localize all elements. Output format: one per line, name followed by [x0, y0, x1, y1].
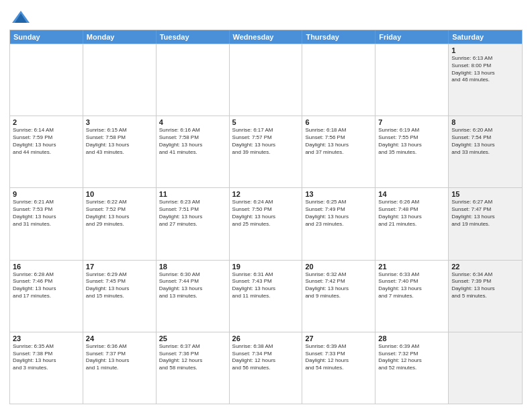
calendar-cell: 1Sunrise: 6:13 AM Sunset: 8:00 PM Daylig… [449, 44, 522, 116]
day-info: Sunrise: 6:14 AM Sunset: 7:59 PM Dayligh… [13, 127, 80, 156]
day-info: Sunrise: 6:25 AM Sunset: 7:49 PM Dayligh… [305, 199, 372, 228]
calendar-row: 9Sunrise: 6:21 AM Sunset: 7:53 PM Daylig… [10, 187, 522, 259]
day-info: Sunrise: 6:28 AM Sunset: 7:46 PM Dayligh… [13, 271, 80, 300]
day-info: Sunrise: 6:13 AM Sunset: 8:00 PM Dayligh… [451, 55, 519, 84]
calendar-cell: 11Sunrise: 6:23 AM Sunset: 7:51 PM Dayli… [157, 188, 230, 259]
calendar-cell: 24Sunrise: 6:36 AM Sunset: 7:37 PM Dayli… [83, 332, 157, 404]
day-info: Sunrise: 6:23 AM Sunset: 7:51 PM Dayligh… [159, 199, 226, 228]
day-number: 5 [232, 118, 300, 126]
calendar-cell [302, 44, 375, 116]
calendar-cell: 8Sunrise: 6:20 AM Sunset: 7:54 PM Daylig… [449, 116, 522, 187]
day-info: Sunrise: 6:32 AM Sunset: 7:42 PM Dayligh… [305, 271, 372, 300]
day-info: Sunrise: 6:27 AM Sunset: 7:47 PM Dayligh… [451, 199, 519, 228]
day-info: Sunrise: 6:39 AM Sunset: 7:33 PM Dayligh… [305, 343, 372, 372]
day-number: 21 [378, 263, 445, 271]
calendar-cell: 2Sunrise: 6:14 AM Sunset: 7:59 PM Daylig… [10, 116, 83, 187]
weekday-header: Saturday [449, 30, 522, 44]
calendar-cell: 14Sunrise: 6:26 AM Sunset: 7:48 PM Dayli… [375, 188, 449, 259]
day-number: 2 [13, 118, 80, 126]
logo-icon [11, 9, 31, 26]
weekday-header: Friday [375, 30, 449, 44]
day-info: Sunrise: 6:16 AM Sunset: 7:58 PM Dayligh… [159, 127, 226, 156]
day-number: 12 [232, 190, 300, 198]
calendar-cell: 20Sunrise: 6:32 AM Sunset: 7:42 PM Dayli… [302, 261, 375, 332]
weekday-header: Wednesday [230, 30, 303, 44]
day-info: Sunrise: 6:31 AM Sunset: 7:43 PM Dayligh… [232, 271, 300, 300]
calendar-cell: 22Sunrise: 6:34 AM Sunset: 7:39 PM Dayli… [449, 261, 522, 332]
day-number: 8 [451, 118, 519, 126]
calendar-cell: 3Sunrise: 6:15 AM Sunset: 7:58 PM Daylig… [83, 116, 157, 187]
calendar-cell [83, 44, 157, 116]
calendar-cell: 9Sunrise: 6:21 AM Sunset: 7:53 PM Daylig… [10, 188, 83, 259]
logo [9, 9, 31, 26]
calendar-row: 16Sunrise: 6:28 AM Sunset: 7:46 PM Dayli… [10, 260, 522, 332]
calendar-row: 23Sunrise: 6:35 AM Sunset: 7:38 PM Dayli… [10, 332, 522, 404]
day-number: 18 [159, 263, 226, 271]
weekday-header: Tuesday [157, 30, 230, 44]
day-info: Sunrise: 6:30 AM Sunset: 7:44 PM Dayligh… [159, 271, 226, 300]
calendar-cell: 15Sunrise: 6:27 AM Sunset: 7:47 PM Dayli… [449, 188, 522, 259]
day-info: Sunrise: 6:22 AM Sunset: 7:52 PM Dayligh… [86, 199, 153, 228]
day-info: Sunrise: 6:36 AM Sunset: 7:37 PM Dayligh… [86, 343, 153, 372]
day-number: 19 [232, 263, 300, 271]
day-number: 28 [378, 334, 445, 342]
day-number: 26 [232, 334, 300, 342]
day-info: Sunrise: 6:18 AM Sunset: 7:56 PM Dayligh… [305, 127, 372, 156]
calendar-cell [375, 44, 449, 116]
day-number: 16 [13, 263, 80, 271]
day-number: 14 [378, 190, 445, 198]
day-number: 7 [378, 118, 445, 126]
day-info: Sunrise: 6:39 AM Sunset: 7:32 PM Dayligh… [378, 343, 445, 372]
calendar-body: 1Sunrise: 6:13 AM Sunset: 8:00 PM Daylig… [10, 44, 522, 404]
weekday-header: Sunday [10, 30, 83, 44]
day-number: 27 [305, 334, 372, 342]
day-info: Sunrise: 6:24 AM Sunset: 7:50 PM Dayligh… [232, 199, 300, 228]
calendar-row: 2Sunrise: 6:14 AM Sunset: 7:59 PM Daylig… [10, 116, 522, 187]
day-info: Sunrise: 6:19 AM Sunset: 7:55 PM Dayligh… [378, 127, 445, 156]
day-number: 24 [86, 334, 153, 342]
day-number: 6 [305, 118, 372, 126]
day-number: 23 [13, 334, 80, 342]
calendar-header: SundayMondayTuesdayWednesdayThursdayFrid… [10, 30, 522, 44]
calendar-cell: 18Sunrise: 6:30 AM Sunset: 7:44 PM Dayli… [157, 261, 230, 332]
calendar-cell: 12Sunrise: 6:24 AM Sunset: 7:50 PM Dayli… [230, 188, 303, 259]
day-number: 10 [86, 190, 153, 198]
day-info: Sunrise: 6:29 AM Sunset: 7:45 PM Dayligh… [86, 271, 153, 300]
day-info: Sunrise: 6:38 AM Sunset: 7:34 PM Dayligh… [232, 343, 300, 372]
header [9, 7, 523, 26]
day-info: Sunrise: 6:37 AM Sunset: 7:36 PM Dayligh… [159, 343, 226, 372]
day-number: 11 [159, 190, 226, 198]
calendar: SundayMondayTuesdayWednesdayThursdayFrid… [9, 30, 523, 404]
day-info: Sunrise: 6:15 AM Sunset: 7:58 PM Dayligh… [86, 127, 153, 156]
day-number: 3 [86, 118, 153, 126]
day-number: 4 [159, 118, 226, 126]
day-number: 25 [159, 334, 226, 342]
day-info: Sunrise: 6:34 AM Sunset: 7:39 PM Dayligh… [451, 271, 519, 300]
day-number: 17 [86, 263, 153, 271]
calendar-cell: 16Sunrise: 6:28 AM Sunset: 7:46 PM Dayli… [10, 261, 83, 332]
calendar-cell [10, 44, 83, 116]
calendar-cell: 10Sunrise: 6:22 AM Sunset: 7:52 PM Dayli… [83, 188, 157, 259]
calendar-cell: 23Sunrise: 6:35 AM Sunset: 7:38 PM Dayli… [10, 332, 83, 404]
page: SundayMondayTuesdayWednesdayThursdayFrid… [0, 0, 532, 411]
day-info: Sunrise: 6:17 AM Sunset: 7:57 PM Dayligh… [232, 127, 300, 156]
day-number: 9 [13, 190, 80, 198]
calendar-cell: 28Sunrise: 6:39 AM Sunset: 7:32 PM Dayli… [375, 332, 449, 404]
calendar-cell: 17Sunrise: 6:29 AM Sunset: 7:45 PM Dayli… [83, 261, 157, 332]
calendar-cell: 26Sunrise: 6:38 AM Sunset: 7:34 PM Dayli… [230, 332, 303, 404]
day-number: 20 [305, 263, 372, 271]
calendar-cell: 13Sunrise: 6:25 AM Sunset: 7:49 PM Dayli… [302, 188, 375, 259]
calendar-cell: 7Sunrise: 6:19 AM Sunset: 7:55 PM Daylig… [375, 116, 449, 187]
day-info: Sunrise: 6:20 AM Sunset: 7:54 PM Dayligh… [451, 127, 519, 156]
day-number: 1 [451, 46, 519, 54]
calendar-cell: 4Sunrise: 6:16 AM Sunset: 7:58 PM Daylig… [157, 116, 230, 187]
day-info: Sunrise: 6:35 AM Sunset: 7:38 PM Dayligh… [13, 343, 80, 372]
day-number: 22 [451, 263, 519, 271]
calendar-row: 1Sunrise: 6:13 AM Sunset: 8:00 PM Daylig… [10, 44, 522, 116]
calendar-cell [449, 332, 522, 404]
day-info: Sunrise: 6:33 AM Sunset: 7:40 PM Dayligh… [378, 271, 445, 300]
calendar-cell: 19Sunrise: 6:31 AM Sunset: 7:43 PM Dayli… [230, 261, 303, 332]
weekday-header: Monday [83, 30, 157, 44]
day-number: 15 [451, 190, 519, 198]
calendar-cell: 5Sunrise: 6:17 AM Sunset: 7:57 PM Daylig… [230, 116, 303, 187]
